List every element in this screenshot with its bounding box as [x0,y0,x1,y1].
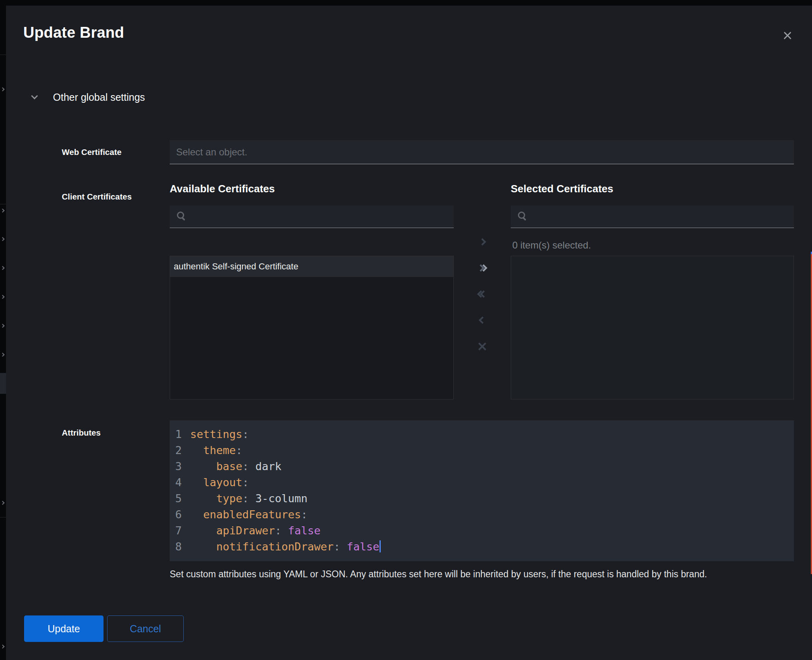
selected-count-status: 0 item(s) selected. [512,240,591,251]
attributes-code-editor[interactable]: 1 settings: 2 theme: 3 base:dark 4 layou… [170,420,794,561]
code-line: 4 layout: [170,475,794,491]
line-number: 2 [170,442,182,458]
background-page-left-edge [0,0,6,660]
expander-label: Other global settings [53,92,145,103]
line-number: 4 [170,475,182,491]
update-button[interactable]: Update [24,615,104,642]
search-icon [177,212,184,219]
divider [0,517,6,517]
transfer-clear-button[interactable] [454,338,511,355]
chevron-right-icon [479,238,486,245]
code-line: 8 notificationDrawer:false [170,539,794,555]
page-title: Update Brand [23,24,124,41]
line-number: 5 [170,491,182,507]
code-line: 7 apiDrawer:false [170,523,794,539]
chevron-right-icon [1,295,5,299]
selected-search [511,206,794,228]
divider [0,55,6,55]
background-selected-row [0,373,6,394]
attributes-label: Attributes [62,428,101,438]
x-icon [477,342,487,351]
code-line: 1 settings: [170,426,794,442]
chevron-down-icon [31,93,38,100]
available-search-input[interactable] [170,206,454,228]
chevron-left-icon [479,316,486,324]
available-certificates-list[interactable]: authentik Self-signed Certificate [170,256,454,399]
close-button[interactable] [780,28,795,43]
line-number: 7 [170,523,182,539]
code-line: 2 theme: [170,442,794,458]
cancel-button[interactable]: Cancel [107,615,184,642]
transfer-add-button[interactable] [454,233,511,251]
transfer-remove-button[interactable] [454,311,511,329]
code-line: 6 enabledFeatures: [170,507,794,523]
chevron-right-icon [1,237,5,241]
text-cursor [380,540,381,552]
chevron-right-icon [1,353,5,357]
transfer-remove-all-button[interactable] [454,285,511,303]
other-global-settings-expander[interactable]: Other global settings [32,92,145,103]
search-icon [518,212,525,219]
available-search [170,206,454,228]
web-certificate-label: Web Certificate [62,140,122,164]
line-number: 6 [170,507,182,523]
selected-search-input[interactable] [511,206,794,228]
chevron-right-icon [1,88,5,92]
web-certificate-input[interactable] [170,140,794,164]
chevron-right-icon [1,324,5,328]
chevron-right-icon [1,645,5,649]
client-certificates-label: Client Certificates [62,192,132,202]
code-line: 3 base:dark [170,458,794,475]
list-item[interactable]: authentik Self-signed Certificate [170,256,453,277]
chevron-right-icon [1,209,5,213]
line-number: 3 [170,458,182,475]
background-page-top-edge [0,0,812,6]
divider [0,204,6,204]
attributes-help-text: Set custom attributes using YAML or JSON… [170,569,780,580]
chevron-right-icon [1,501,5,505]
code-line: 5 type:3-column [170,491,794,507]
line-number: 1 [170,426,182,442]
chevron-right-icon [1,266,5,270]
available-certificates-heading: Available Certificates [170,183,275,195]
selected-certificates-list[interactable] [511,256,794,399]
line-number: 8 [170,539,182,555]
transfer-add-all-button[interactable] [454,259,511,277]
selected-certificates-heading: Selected Certificates [511,183,613,195]
